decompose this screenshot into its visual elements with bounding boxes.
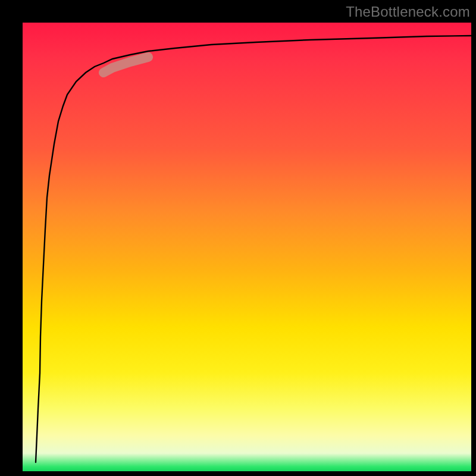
watermark-text: TheBottleneck.com [346, 4, 470, 20]
chart-frame: TheBottleneck.com [0, 0, 476, 476]
curve-layer [23, 23, 471, 471]
bottleneck-curve [36, 36, 471, 462]
